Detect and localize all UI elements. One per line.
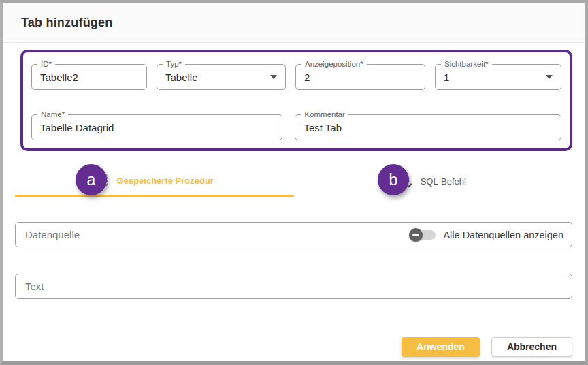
kommentar-field-label: Kommentar	[301, 110, 348, 119]
dialog-titlebar: Tab hinzufügen	[3, 3, 585, 43]
kommentar-field[interactable]: Kommentar	[295, 114, 561, 140]
fields-row-1: ID* Typ* Anzeigeposition* Sichtbarkeit*	[31, 64, 561, 90]
tab-gespeicherte-prozedur[interactable]: Gespeicherte Prozedur	[15, 166, 294, 197]
typ-select-label: Typ*	[163, 59, 185, 69]
id-input[interactable]	[40, 72, 138, 83]
chevron-down-icon	[546, 75, 553, 79]
text-field[interactable]	[15, 274, 572, 299]
show-all-sources-toggle[interactable]	[409, 228, 436, 242]
datenquelle-input[interactable]	[24, 228, 402, 241]
id-field[interactable]: ID*	[31, 64, 147, 90]
datenquelle-field[interactable]: Alle Datenquellen anzeigen	[15, 222, 572, 247]
show-all-sources-label: Alle Datenquellen anzeigen	[443, 229, 564, 240]
apply-button[interactable]: Anwenden	[402, 337, 480, 357]
annotation-marker-a: a	[76, 164, 107, 195]
source-tabs: a b Gespeicherte Prozedur	[15, 166, 572, 197]
datenquelle-row: Alle Datenquellen anzeigen	[15, 222, 572, 247]
anzeigeposition-field-label: Anzeigeposition*	[301, 59, 367, 69]
sichtbarkeit-select-label: Sichtbarkeit*	[441, 59, 492, 69]
annotation-marker-b: b	[378, 164, 409, 195]
sichtbarkeit-select-value[interactable]	[444, 72, 540, 83]
sichtbarkeit-select[interactable]: Sichtbarkeit*	[435, 64, 561, 90]
tab-label: SQL-Befehl	[421, 176, 466, 187]
name-field[interactable]: Name*	[31, 114, 282, 140]
name-input[interactable]	[40, 122, 274, 133]
add-tab-dialog: Tab hinzufügen ID* Typ* Anzeigeposition*	[0, 0, 588, 365]
fields-row-2: Name* Kommentar	[31, 114, 561, 140]
minus-icon	[412, 234, 419, 236]
dialog-content: ID* Typ* Anzeigeposition* Sichtbarkeit*	[3, 50, 585, 357]
tab-label: Gespeicherte Prozedur	[117, 176, 214, 186]
cancel-button[interactable]: Abbrechen	[491, 337, 572, 357]
anzeigeposition-field[interactable]: Anzeigeposition*	[295, 64, 425, 90]
anzeigeposition-input[interactable]	[304, 72, 416, 83]
show-all-sources-toggle-group: Alle Datenquellen anzeigen	[402, 228, 564, 242]
dialog-footer: Anwenden Abbrechen	[15, 337, 572, 357]
id-field-label: ID*	[37, 59, 55, 69]
dialog-title: Tab hinzufügen	[21, 16, 112, 30]
text-input[interactable]	[24, 280, 564, 293]
typ-select[interactable]: Typ*	[157, 64, 286, 90]
typ-select-value[interactable]	[165, 72, 265, 83]
highlighted-fields-group: ID* Typ* Anzeigeposition* Sichtbarkeit*	[20, 50, 572, 151]
text-row	[15, 274, 572, 299]
toggle-thumb	[409, 228, 423, 242]
name-field-label: Name*	[37, 110, 68, 119]
tab-sql-befehl[interactable]: SQL-Befehl	[294, 166, 573, 197]
kommentar-input[interactable]	[304, 122, 553, 133]
chevron-down-icon	[270, 75, 277, 79]
